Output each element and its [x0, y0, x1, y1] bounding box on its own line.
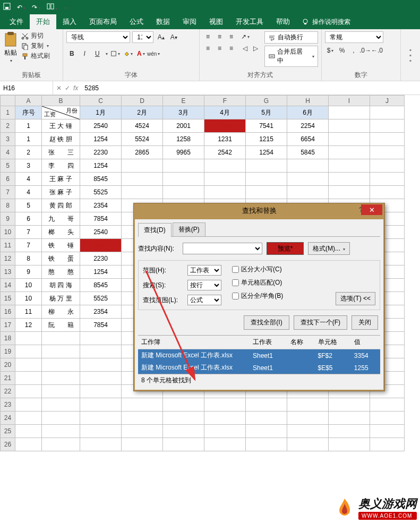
- cell[interactable]: 月份 工资: [42, 106, 80, 119]
- cancel-formula-icon[interactable]: ✕: [56, 84, 62, 92]
- cell[interactable]: [370, 119, 405, 133]
- cell[interactable]: [80, 358, 122, 372]
- wrap-text-button[interactable]: 自动换行: [264, 31, 318, 44]
- cell[interactable]: [287, 438, 329, 451]
- cell[interactable]: [329, 438, 370, 451]
- scope-select[interactable]: 工作表: [187, 265, 221, 276]
- cell[interactable]: 阮 籍: [42, 319, 80, 332]
- number-format-select[interactable]: 常规: [325, 31, 383, 43]
- cell[interactable]: [246, 411, 287, 425]
- results-col-book[interactable]: 工作簿: [138, 336, 250, 349]
- cell[interactable]: [163, 173, 204, 186]
- cell[interactable]: [80, 372, 122, 385]
- cell[interactable]: 憨 憨: [42, 265, 80, 279]
- cell[interactable]: [204, 186, 246, 199]
- column-header[interactable]: C: [80, 96, 122, 106]
- find-next-button[interactable]: 查找下一个(F): [294, 315, 347, 330]
- cell[interactable]: [287, 173, 329, 186]
- tab-help[interactable]: 帮助: [270, 14, 296, 29]
- cell[interactable]: 2001: [163, 119, 204, 133]
- accounting-format-button[interactable]: $▾: [325, 45, 336, 56]
- cell[interactable]: 1: [15, 119, 42, 133]
- tab-insert[interactable]: 插入: [56, 14, 83, 29]
- row-header[interactable]: 6: [1, 173, 15, 186]
- row-header[interactable]: 21: [1, 372, 15, 385]
- row-header[interactable]: 26: [1, 438, 15, 451]
- cell[interactable]: 王 大 锤: [42, 119, 80, 133]
- row-header[interactable]: 8: [1, 199, 15, 212]
- row-header[interactable]: 16: [1, 305, 15, 319]
- cell[interactable]: 4: [15, 173, 42, 186]
- grow-font-button[interactable]: A▴: [156, 32, 166, 42]
- cell[interactable]: [370, 438, 405, 451]
- column-header[interactable]: J: [370, 96, 405, 106]
- row-header[interactable]: 14: [1, 279, 15, 292]
- underline-button[interactable]: U: [92, 48, 102, 59]
- border-button[interactable]: ▾: [110, 48, 121, 59]
- cell[interactable]: 5525: [80, 186, 122, 199]
- cell[interactable]: 7854: [80, 319, 122, 332]
- result-row[interactable]: 新建 Microsoft Excel 工作表.xlsxSheet1$F$2335…: [138, 349, 380, 362]
- cell[interactable]: [42, 438, 80, 451]
- cell[interactable]: 李 四: [42, 159, 80, 173]
- search-direction-select[interactable]: 按行: [187, 280, 221, 290]
- cell[interactable]: 1254: [246, 146, 287, 159]
- cell[interactable]: 5525: [80, 292, 122, 305]
- cell[interactable]: 5845: [287, 146, 329, 159]
- cell[interactable]: [15, 345, 42, 358]
- cell[interactable]: 2: [15, 146, 42, 159]
- cell[interactable]: [204, 173, 246, 186]
- column-header[interactable]: F: [204, 96, 246, 106]
- fill-color-button[interactable]: ▾: [123, 48, 133, 59]
- column-header[interactable]: I: [329, 96, 370, 106]
- cell[interactable]: [370, 186, 405, 199]
- row-header[interactable]: 15: [1, 292, 15, 305]
- result-row[interactable]: 新建 Microsoft Excel 工作表.xlsxSheet1$E$5125…: [138, 362, 380, 374]
- touch-mode-icon[interactable]: ▾: [47, 3, 57, 12]
- row-header[interactable]: 25: [1, 425, 15, 438]
- shrink-font-button[interactable]: A▾: [168, 32, 179, 42]
- cell[interactable]: 4524: [122, 119, 163, 133]
- results-list[interactable]: 工作簿 工作表 名称 单元格 值 新建 Microsoft Excel 工作表.…: [138, 335, 380, 374]
- match-case-checkbox[interactable]: 区分大小写(C): [232, 265, 283, 274]
- percent-format-button[interactable]: %: [337, 45, 347, 56]
- row-header[interactable]: 13: [1, 265, 15, 279]
- cell[interactable]: [370, 133, 405, 146]
- formula-bar[interactable]: [81, 81, 420, 95]
- cell[interactable]: 铁 锤: [42, 239, 80, 252]
- name-box[interactable]: [0, 81, 53, 95]
- cell[interactable]: 铁 蛋: [42, 252, 80, 265]
- close-icon[interactable]: ✕: [361, 204, 382, 215]
- cell[interactable]: [246, 186, 287, 199]
- orientation-button[interactable]: ↗▾: [240, 31, 251, 42]
- cell[interactable]: [287, 411, 329, 425]
- increase-indent-button[interactable]: ▷: [251, 43, 261, 54]
- cell[interactable]: [42, 385, 80, 398]
- results-col-name[interactable]: 名称: [287, 336, 314, 349]
- cell[interactable]: 11: [15, 305, 42, 319]
- align-top-button[interactable]: ≡: [203, 31, 213, 42]
- cell[interactable]: [15, 411, 42, 425]
- enter-formula-icon[interactable]: ✓: [65, 84, 70, 92]
- cell[interactable]: 4: [15, 186, 42, 199]
- row-header[interactable]: 12: [1, 252, 15, 265]
- cell[interactable]: 1215: [246, 133, 287, 146]
- cell[interactable]: [15, 398, 42, 411]
- row-header[interactable]: 5: [1, 159, 15, 173]
- cell[interactable]: [80, 385, 122, 398]
- cell[interactable]: [204, 438, 246, 451]
- align-right-button[interactable]: ≡: [226, 43, 237, 54]
- align-left-button[interactable]: ≡: [203, 43, 213, 54]
- cell[interactable]: [122, 438, 163, 451]
- cell[interactable]: 4月: [204, 106, 246, 119]
- font-family-select[interactable]: 等线: [66, 31, 130, 43]
- align-middle-button[interactable]: ≡: [215, 31, 225, 42]
- cell[interactable]: [246, 173, 287, 186]
- cell[interactable]: 2月: [122, 106, 163, 119]
- cell[interactable]: [246, 159, 287, 173]
- decrease-decimal-button[interactable]: ←.0: [372, 45, 382, 56]
- cell[interactable]: 1258: [163, 133, 204, 146]
- row-header[interactable]: 20: [1, 358, 15, 372]
- column-header[interactable]: E: [163, 96, 204, 106]
- cell[interactable]: 6: [15, 212, 42, 226]
